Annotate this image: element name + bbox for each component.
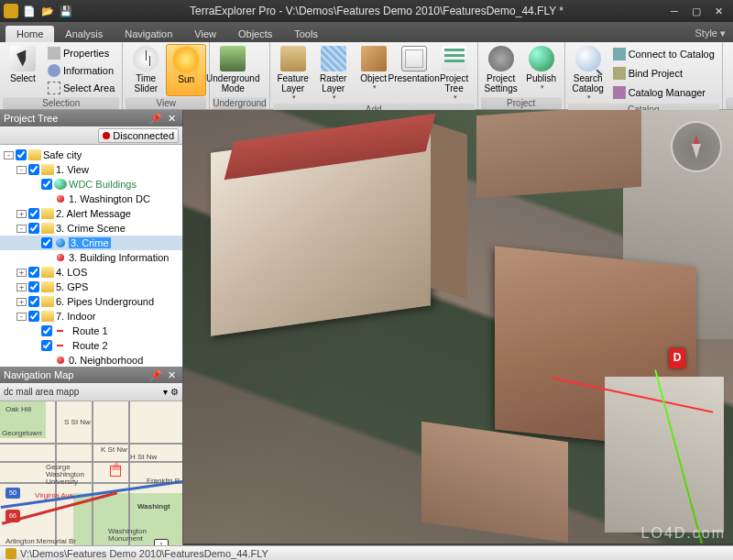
select-button[interactable]: Select bbox=[3, 44, 43, 96]
nav-map-view-indicator bbox=[110, 466, 121, 477]
tab-home[interactable]: Home bbox=[5, 26, 54, 42]
map-label: K St Nw bbox=[101, 445, 127, 454]
tree-node[interactable]: 1. Washington DC bbox=[0, 192, 182, 206]
navigation-map[interactable]: Georgetown George Washington University … bbox=[0, 401, 182, 560]
tree-node[interactable]: -Safe city bbox=[0, 148, 182, 162]
style-dropdown[interactable]: Style ▾ bbox=[687, 25, 733, 42]
tree-checkbox[interactable] bbox=[28, 267, 39, 278]
tab-objects[interactable]: Objects bbox=[227, 26, 283, 42]
presentation-button[interactable]: Presentation bbox=[394, 44, 434, 103]
tree-node-label: Route 2 bbox=[72, 340, 108, 351]
information-button[interactable]: Information bbox=[45, 63, 117, 78]
taskbar-file-path: V:\Demos\Features Demo 2010\FeaturesDemo… bbox=[20, 548, 268, 559]
panel-pin-icon[interactable]: 📌 bbox=[147, 113, 165, 125]
publish-icon bbox=[529, 46, 554, 71]
connect-catalog-button[interactable]: Connect to Catalog bbox=[610, 47, 717, 61]
hwy-shield: 66 bbox=[5, 510, 20, 522]
maximize-button[interactable]: ▢ bbox=[685, 5, 707, 17]
tree-node[interactable]: +5. GPS bbox=[0, 280, 182, 294]
open-icon[interactable]: 📂 bbox=[39, 3, 56, 19]
panel-close-icon[interactable]: ✕ bbox=[165, 113, 179, 125]
map-label: H St Nw bbox=[130, 453, 157, 461]
catalog-manager-button[interactable]: Catalog Manager bbox=[610, 85, 717, 100]
tree-node-label: 1. Washington DC bbox=[69, 193, 150, 204]
tree-node[interactable]: -7. Indoor bbox=[0, 309, 182, 324]
tree-expand-icon[interactable]: + bbox=[16, 298, 27, 306]
tree-node[interactable]: 3. Crime bbox=[0, 236, 182, 250]
red-icon bbox=[57, 357, 64, 364]
tree-node[interactable]: 0. Neighborhood bbox=[0, 353, 182, 367]
save-icon[interactable]: 💾 bbox=[58, 3, 74, 19]
tree-expand-icon[interactable]: - bbox=[4, 151, 14, 159]
search-catalog-button[interactable]: Search Catalog bbox=[568, 44, 608, 103]
tree-node[interactable]: -1. View bbox=[0, 162, 182, 177]
tree-node[interactable]: Route 1 bbox=[0, 324, 182, 338]
underground-mode-button[interactable]: Underground Mode bbox=[213, 44, 253, 96]
tree-checkbox[interactable] bbox=[28, 208, 39, 219]
tree-node[interactable]: +6. Pipes Underground bbox=[0, 294, 182, 309]
tree-expand-icon[interactable]: + bbox=[16, 269, 27, 277]
tree-checkbox[interactable] bbox=[28, 311, 39, 322]
tree-checkbox[interactable] bbox=[28, 281, 39, 292]
tree-node[interactable]: Route 2 bbox=[0, 338, 182, 353]
tree-checkbox[interactable] bbox=[41, 179, 52, 190]
raster-layer-button[interactable]: Raster Layer bbox=[313, 44, 354, 103]
map-label: Franklin P bbox=[147, 477, 180, 485]
feature-layer-button[interactable]: Feature Layer bbox=[273, 44, 313, 103]
tab-view[interactable]: View bbox=[183, 26, 227, 42]
tree-checkbox[interactable] bbox=[28, 296, 39, 307]
new-icon[interactable]: 📄 bbox=[21, 3, 38, 19]
tab-analysis[interactable]: Analysis bbox=[54, 26, 114, 42]
time-slider-button[interactable]: Time Slider bbox=[126, 44, 166, 96]
tree-node[interactable]: -3. Crime Scene bbox=[0, 221, 182, 236]
tab-navigation[interactable]: Navigation bbox=[114, 26, 183, 42]
tree-node[interactable]: +4. LOS bbox=[0, 265, 182, 280]
left-panel: Project Tree 📌 ✕ Disconnected -Safe city… bbox=[0, 110, 183, 560]
title-bar: 📄 📂 💾 TerraExplorer Pro - V:\Demos\Featu… bbox=[0, 0, 733, 22]
tree-checkbox[interactable] bbox=[16, 149, 27, 160]
sun-button[interactable]: Sun bbox=[166, 44, 206, 96]
close-button[interactable]: ✕ bbox=[707, 5, 729, 17]
project-tree-button[interactable]: Project Tree bbox=[434, 44, 475, 103]
nav-map-dropdown-icon[interactable]: ▾ bbox=[163, 387, 168, 397]
nav-pin-icon[interactable]: 📌 bbox=[147, 369, 165, 381]
paste-button[interactable]: Paste bbox=[726, 44, 733, 96]
tree-node-label: 5. GPS bbox=[56, 281, 88, 292]
tree-checkbox[interactable] bbox=[28, 223, 39, 234]
folder-icon bbox=[41, 281, 54, 292]
disconnected-button[interactable]: Disconnected bbox=[98, 128, 179, 143]
clock-icon bbox=[133, 46, 159, 71]
tree-checkbox[interactable] bbox=[41, 325, 52, 336]
nav-close-icon[interactable]: ✕ bbox=[165, 369, 179, 381]
ribbon-group-project: Project Settings Publish Project bbox=[478, 42, 565, 109]
minimize-button[interactable]: ─ bbox=[663, 5, 685, 16]
nav-map-settings-icon[interactable]: ⚙ bbox=[170, 387, 179, 397]
tree-expand-icon[interactable]: - bbox=[16, 166, 27, 174]
project-tree[interactable]: -Safe city-1. ViewWDC Buildings1. Washin… bbox=[0, 145, 182, 367]
ribbon-group-catalog: Search Catalog Connect to Catalog Bind P… bbox=[565, 42, 723, 109]
project-tree-toolbar: Disconnected bbox=[0, 126, 182, 145]
publish-button[interactable]: Publish bbox=[521, 44, 562, 96]
tree-expand-icon[interactable]: - bbox=[16, 313, 27, 321]
tree-checkbox[interactable] bbox=[41, 340, 52, 351]
tab-tools[interactable]: Tools bbox=[283, 26, 329, 42]
tree-node[interactable]: WDC Buildings bbox=[0, 177, 182, 192]
bind-project-button[interactable]: Bind Project bbox=[610, 66, 717, 81]
tree-expand-icon[interactable]: + bbox=[16, 283, 27, 291]
tree-node[interactable]: 3. Building Information bbox=[0, 250, 182, 265]
ribbon-group-clipboard: Paste Copy ✂Cut ✕Delete Clipboard bbox=[723, 42, 733, 109]
project-tree-icon bbox=[442, 46, 467, 71]
tree-checkbox[interactable] bbox=[28, 164, 39, 175]
tree-expand-icon[interactable]: + bbox=[16, 210, 27, 218]
3d-viewport[interactable]: D LO4D.com © Skyline ╟──╢ 24.0 Feet Buff… bbox=[183, 110, 733, 560]
location-marker[interactable]: D bbox=[669, 348, 685, 368]
project-settings-button[interactable]: Project Settings bbox=[481, 44, 521, 96]
app-taskbar: V:\Demos\Features Demo 2010\FeaturesDemo… bbox=[0, 545, 733, 560]
compass-widget[interactable] bbox=[671, 121, 722, 172]
tree-node[interactable]: +2. Alert Message bbox=[0, 206, 182, 221]
object-icon bbox=[361, 46, 387, 71]
select-area-button[interactable]: Select Area bbox=[45, 81, 117, 95]
tree-expand-icon[interactable]: - bbox=[16, 225, 27, 233]
properties-button[interactable]: Properties bbox=[45, 46, 117, 60]
tree-checkbox[interactable] bbox=[41, 237, 52, 248]
